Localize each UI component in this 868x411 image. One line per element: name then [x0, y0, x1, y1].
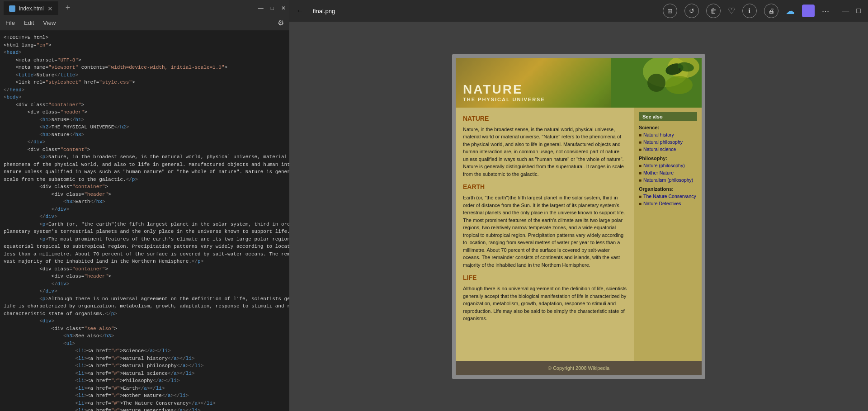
viewer-panel: ← final.png ⊞ ↺ 🗑 ♡ ℹ 🖨 ☁ ··· — □ NATURE… [289, 0, 868, 411]
webpage-content: NATURE Nature, in the broadest sense, is… [456, 108, 634, 361]
tab-label: index.html [19, 5, 44, 12]
back-icon[interactable]: ← [297, 7, 304, 15]
naturalism-link[interactable]: Naturalism (philosophy) [643, 177, 693, 183]
editor-menubar: File Edit View ⚙ [0, 16, 289, 30]
maximize-button[interactable]: □ [271, 5, 274, 11]
svg-point-3 [647, 74, 665, 92]
sidebar-link-natural-science: ■ Natural science [639, 146, 697, 152]
menu-edit[interactable]: Edit [24, 19, 34, 26]
copyright-text: © Copyright 2008 Wikipedia [548, 365, 610, 371]
window-controls: — □ ✕ [258, 5, 286, 11]
menu-view[interactable]: View [43, 19, 56, 26]
viewer-body: NATURE THE PHYSICAL UNIVERSE [289, 22, 868, 411]
sidebar-link-natural-philosophy: ■ Natural philosophy [639, 139, 697, 145]
sidebar-link-naturalism: ■ Naturalism (philosophy) [639, 177, 697, 183]
page-title: NATURE [463, 83, 545, 96]
nature-conservancy-link[interactable]: The Nature Conservancy [643, 194, 696, 199]
organizations-heading: Organizations: [639, 186, 697, 192]
minimize-button[interactable]: — [258, 5, 264, 11]
viewer-titlebar: ← final.png ⊞ ↺ 🗑 ♡ ℹ 🖨 ☁ ··· — □ [289, 0, 868, 22]
menu-file[interactable]: File [5, 19, 15, 26]
html-file-icon [9, 5, 15, 12]
settings-icon[interactable]: ⚙ [278, 19, 284, 27]
viewer-filename: final.png [313, 8, 335, 14]
section-nature-body: Nature, in the broadest sense, is the na… [463, 126, 627, 178]
nature-philosophy-link[interactable]: Nature (philosophy) [643, 163, 685, 168]
close-button[interactable]: ✕ [281, 5, 286, 11]
cloud-icon[interactable]: ☁ [786, 5, 795, 16]
sidebar-link-nature-philosophy: ■ Nature (philosophy) [639, 163, 697, 168]
image-set-icon[interactable]: ⊞ [663, 4, 677, 18]
webpage-preview: NATURE THE PHYSICAL UNIVERSE [452, 54, 705, 379]
page-subtitle: THE PHYSICAL UNIVERSE [463, 97, 545, 102]
section-life-title: LIFE [463, 274, 627, 281]
natural-philosophy-link[interactable]: Natural philosophy [643, 139, 683, 145]
webpage-header: NATURE THE PHYSICAL UNIVERSE [456, 58, 702, 108]
section-earth-title: EARTH [463, 183, 627, 190]
mother-nature-link[interactable]: Mother Nature [643, 170, 674, 175]
see-also-heading: See also [639, 112, 697, 121]
editor-tab[interactable]: index.html ✕ [4, 1, 58, 15]
philosophy-heading: Philosophy: [639, 156, 697, 161]
sidebar-link-nature-conservancy: ■ The Nature Conservancy [639, 194, 697, 199]
viewer-minimize-button[interactable]: — [842, 7, 849, 15]
science-heading: Science: [639, 125, 697, 130]
natural-science-link[interactable]: Natural science [643, 146, 676, 152]
sidebar-link-mother-nature: ■ Mother Nature [639, 170, 697, 175]
section-life: LIFE Although there is no universal agre… [463, 274, 627, 322]
new-tab-button[interactable]: + [62, 3, 74, 13]
section-life-body: Although there is no universal agreement… [463, 285, 627, 322]
more-options-icon[interactable]: ··· [822, 6, 830, 16]
webpage-footer: © Copyright 2008 Wikipedia [456, 361, 702, 375]
delete-icon[interactable]: 🗑 [706, 4, 721, 18]
section-nature: NATURE Nature, in the broadest sense, is… [463, 115, 627, 178]
sidebar-link-natural-history: ■ Natural history [639, 132, 697, 137]
viewer-maximize-button[interactable]: □ [856, 7, 861, 15]
section-nature-title: NATURE [463, 115, 627, 122]
tab-close-button[interactable]: ✕ [47, 5, 53, 12]
section-earth: EARTH Earth (or, "the earth")the fifth l… [463, 183, 627, 269]
header-image [611, 58, 702, 108]
viewer-window-controls: — □ [842, 7, 861, 15]
info-icon[interactable]: ℹ [742, 4, 757, 18]
app-icon[interactable] [802, 5, 815, 17]
nature-detectives-link[interactable]: Nature Detectives [643, 201, 681, 206]
natural-history-link[interactable]: Natural history [643, 132, 674, 137]
svg-point-4 [665, 76, 693, 94]
header-text: NATURE THE PHYSICAL UNIVERSE [463, 83, 545, 102]
webpage-main: NATURE Nature, in the broadest sense, is… [456, 108, 702, 361]
code-editor[interactable]: <!DOCTYPE html> <html lang="en"> <head> … [0, 30, 289, 411]
section-earth-body: Earth (or, "the earth")the fifth largest… [463, 194, 627, 269]
favorite-icon[interactable]: ♡ [728, 6, 735, 16]
sidebar-link-nature-detectives: ■ Nature Detectives [639, 201, 697, 206]
editor-titlebar: index.html ✕ + — □ ✕ [0, 0, 289, 16]
print-icon[interactable]: 🖨 [764, 4, 778, 18]
editor-panel: index.html ✕ + — □ ✕ File Edit View ⚙ <!… [0, 0, 289, 411]
rotate-icon[interactable]: ↺ [684, 4, 699, 18]
webpage-sidebar: See also Science: ■ Natural history ■ Na… [634, 108, 702, 361]
viewer-toolbar: ⊞ ↺ 🗑 ♡ ℹ 🖨 ☁ ··· [663, 4, 830, 18]
